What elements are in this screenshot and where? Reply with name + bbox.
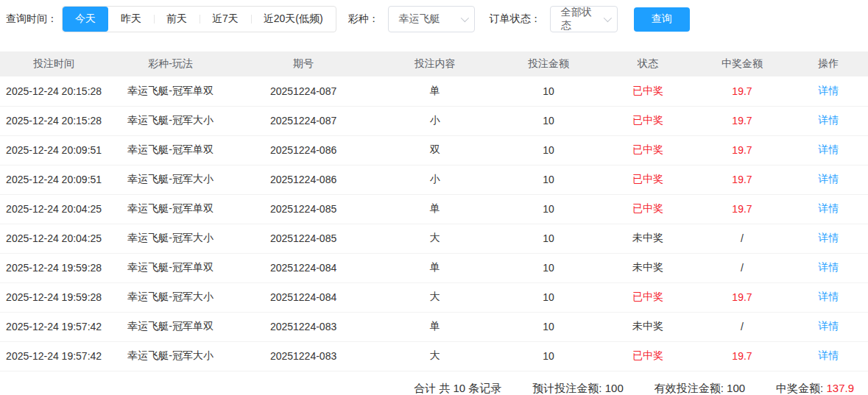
bet-content: 单 xyxy=(373,194,496,224)
bet-amount: 10 xyxy=(496,76,600,106)
bet-content: 小 xyxy=(373,106,496,135)
column-header-1: 彩种-玩法 xyxy=(107,51,233,76)
table-row: 2025-12-24 19:57:42幸运飞艇-冠军单双20251224-083… xyxy=(0,312,868,341)
prize-amount: 19.7 xyxy=(695,341,788,371)
total-records: 合计 共 10 条记录 xyxy=(414,382,501,395)
table-row: 2025-12-24 19:57:42幸运飞艇-冠军大小20251224-083… xyxy=(0,341,868,371)
filter-toolbar: 查询时间： 今天昨天前天近7天近20天(低频) 彩种： 幸运飞艇 订单状态： 全… xyxy=(0,0,868,32)
detail-link[interactable]: 详情 xyxy=(818,291,839,302)
action-cell: 详情 xyxy=(789,224,868,253)
table-row: 2025-12-24 20:04:25幸运飞艇-冠军大小20251224-085… xyxy=(0,224,868,253)
action-cell: 详情 xyxy=(789,106,868,135)
bet-time: 2025-12-24 19:57:42 xyxy=(0,312,107,341)
detail-link[interactable]: 详情 xyxy=(818,232,839,243)
issue-number: 20251224-085 xyxy=(233,224,373,253)
chevron-down-icon xyxy=(603,14,611,22)
action-cell: 详情 xyxy=(789,165,868,194)
bet-content: 大 xyxy=(373,282,496,312)
status: 已中奖 xyxy=(601,194,696,224)
detail-link[interactable]: 详情 xyxy=(818,320,839,332)
summary-item-value: 100 xyxy=(727,382,745,394)
prize-amount: / xyxy=(695,253,788,282)
prize-amount: 19.7 xyxy=(695,282,788,312)
summary-item-label: 有效投注金额: xyxy=(654,382,727,394)
detail-link[interactable]: 详情 xyxy=(818,114,839,126)
time-filter-option-4[interactable]: 近20天(低频) xyxy=(251,7,336,32)
summary-item-label: 预计投注金额: xyxy=(532,382,604,394)
column-header-4: 投注金额 xyxy=(496,51,600,76)
detail-link[interactable]: 详情 xyxy=(818,85,839,96)
lottery-type-select[interactable]: 幸运飞艇 xyxy=(388,6,475,32)
bet-amount: 10 xyxy=(496,282,600,312)
prize-amount: 19.7 xyxy=(695,165,788,194)
bet-time: 2025-12-24 19:57:42 xyxy=(0,341,107,371)
time-filter-option-1[interactable]: 昨天 xyxy=(108,7,154,32)
order-status-label: 订单状态： xyxy=(490,13,541,26)
query-button[interactable]: 查询 xyxy=(634,7,690,32)
action-cell: 详情 xyxy=(789,135,868,165)
time-filter-option-3[interactable]: 近7天 xyxy=(200,7,251,32)
detail-link[interactable]: 详情 xyxy=(818,143,839,155)
bet-time: 2025-12-24 20:09:51 xyxy=(0,135,107,165)
detail-link[interactable]: 详情 xyxy=(818,261,839,273)
bet-amount: 10 xyxy=(496,194,600,224)
column-header-5: 状态 xyxy=(601,51,696,76)
prize-amount: / xyxy=(695,224,788,253)
time-filter-option-0[interactable]: 今天 xyxy=(63,7,108,32)
detail-link[interactable]: 详情 xyxy=(818,202,839,214)
lottery-type-value: 幸运飞艇 xyxy=(399,13,440,26)
game-playtype: 幸运飞艇-冠军大小 xyxy=(107,165,233,194)
prize-amount: / xyxy=(695,312,788,341)
issue-number: 20251224-086 xyxy=(233,165,373,194)
action-cell: 详情 xyxy=(789,194,868,224)
bet-amount: 10 xyxy=(496,135,600,165)
table-row: 2025-12-24 19:59:28幸运飞艇-冠军单双20251224-084… xyxy=(0,253,868,282)
action-cell: 详情 xyxy=(789,341,868,371)
status: 已中奖 xyxy=(601,76,696,106)
status: 已中奖 xyxy=(601,165,696,194)
summary-item-2: 中奖金额: 137.9 xyxy=(776,382,854,395)
game-playtype: 幸运飞艇-冠军大小 xyxy=(107,341,233,371)
action-cell: 详情 xyxy=(789,253,868,282)
status: 未中奖 xyxy=(601,312,696,341)
summary-item-0: 预计投注金额: 100 xyxy=(532,382,623,395)
detail-link[interactable]: 详情 xyxy=(818,349,839,361)
issue-number: 20251224-087 xyxy=(233,106,373,135)
column-header-7: 操作 xyxy=(789,51,868,76)
bet-amount: 10 xyxy=(496,106,600,135)
status: 已中奖 xyxy=(601,282,696,312)
status: 未中奖 xyxy=(601,253,696,282)
column-header-6: 中奖金额 xyxy=(695,51,788,76)
summary-item-label: 中奖金额: xyxy=(776,382,826,394)
order-status-select[interactable]: 全部状态 xyxy=(550,6,618,32)
action-cell: 详情 xyxy=(789,76,868,106)
status: 已中奖 xyxy=(601,106,696,135)
game-playtype: 幸运飞艇-冠军大小 xyxy=(107,106,233,135)
table-row: 2025-12-24 20:09:51幸运飞艇-冠军单双20251224-086… xyxy=(0,135,868,165)
issue-number: 20251224-083 xyxy=(233,341,373,371)
bet-content: 单 xyxy=(373,253,496,282)
table-header-row: 投注时间彩种-玩法期号投注内容投注金额状态中奖金额操作 xyxy=(0,51,868,76)
game-playtype: 幸运飞艇-冠军大小 xyxy=(107,282,233,312)
bet-amount: 10 xyxy=(496,253,600,282)
bet-time: 2025-12-24 20:04:25 xyxy=(0,194,107,224)
issue-number: 20251224-087 xyxy=(233,76,373,106)
detail-link[interactable]: 详情 xyxy=(818,173,839,185)
issue-number: 20251224-085 xyxy=(233,194,373,224)
prize-amount: 19.7 xyxy=(695,76,788,106)
bet-content: 单 xyxy=(373,76,496,106)
bet-content: 小 xyxy=(373,165,496,194)
query-time-label: 查询时间： xyxy=(6,13,57,26)
bet-content: 双 xyxy=(373,135,496,165)
summary-item-value: 137.9 xyxy=(826,382,854,394)
game-playtype: 幸运飞艇-冠军单双 xyxy=(107,253,233,282)
table-body: 2025-12-24 20:15:28幸运飞艇-冠军单双20251224-087… xyxy=(0,76,868,371)
bet-content: 大 xyxy=(373,224,496,253)
bet-time: 2025-12-24 20:15:28 xyxy=(0,76,107,106)
bet-time: 2025-12-24 19:59:28 xyxy=(0,282,107,312)
action-cell: 详情 xyxy=(789,282,868,312)
status: 已中奖 xyxy=(601,135,696,165)
column-header-0: 投注时间 xyxy=(0,51,107,76)
time-filter-option-2[interactable]: 前天 xyxy=(154,7,200,32)
bet-amount: 10 xyxy=(496,224,600,253)
